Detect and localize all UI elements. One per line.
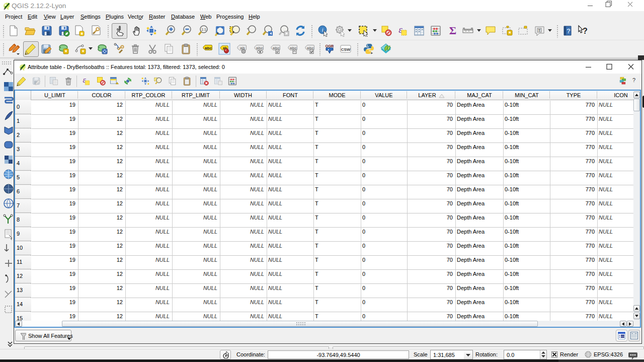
svg-text:Σ: Σ: [449, 25, 456, 37]
svg-text:?: ?: [583, 27, 588, 35]
svg-text:abc: abc: [205, 46, 212, 50]
svg-text:1:1: 1:1: [201, 28, 206, 31]
svg-text:abc: abc: [256, 46, 263, 50]
svg-text:CSW: CSW: [341, 47, 351, 52]
svg-text:i: i: [321, 27, 323, 33]
svg-text:abc: abc: [290, 46, 297, 50]
svg-text:abc: abc: [273, 46, 280, 50]
svg-text:abc: abc: [307, 46, 314, 50]
svg-text:T: T: [538, 28, 541, 33]
svg-text:?: ?: [567, 27, 571, 35]
